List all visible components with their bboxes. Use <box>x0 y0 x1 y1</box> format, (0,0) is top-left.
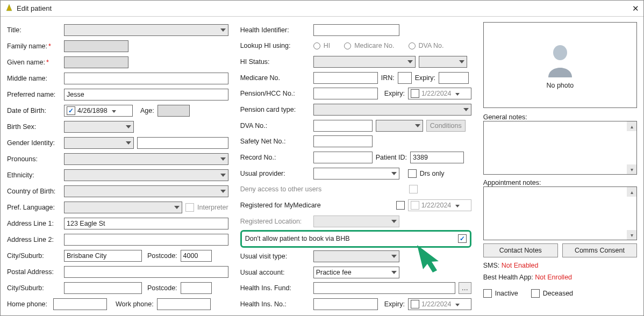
side-column: No photo General notes: ▴ ▾ Appointment … <box>483 22 637 312</box>
scroll-down-icon[interactable]: ▾ <box>627 230 636 240</box>
gender-text-input[interactable] <box>137 137 228 149</box>
ins-expiry-label: Expiry: <box>384 300 405 308</box>
lookup-dva-radio[interactable] <box>409 42 416 49</box>
regloc-label: Registered Location: <box>240 218 310 225</box>
lookup-medicare-radio[interactable] <box>344 42 351 49</box>
address-line1-input[interactable] <box>64 218 228 229</box>
ins-no-input[interactable] <box>313 298 378 310</box>
lookup-hi-radio[interactable] <box>313 42 320 49</box>
regloc-select <box>313 216 399 227</box>
ethnicity-select[interactable] <box>64 169 228 181</box>
postal-city-input[interactable] <box>64 282 142 294</box>
dva-input[interactable] <box>313 120 373 132</box>
bhb-label: Don't allow patient to book via BHB <box>245 235 350 242</box>
drs-only-label: Drs only <box>420 170 445 177</box>
fund-input[interactable] <box>313 282 455 294</box>
sex-select[interactable] <box>64 121 134 133</box>
medicare-label: Medicare No. <box>240 74 310 82</box>
bha-status: Best Health App: Not Enrolled <box>483 274 637 281</box>
work-phone-input[interactable] <box>157 298 211 310</box>
preferred-label: Preferred name: <box>7 91 61 98</box>
fund-label: Health Ins. Fund: <box>240 284 310 292</box>
histatus-select2[interactable] <box>419 56 467 68</box>
city-input[interactable] <box>64 250 142 262</box>
postal-label: Postal Address: <box>7 268 61 276</box>
addr2-label: Address Line 2: <box>7 236 61 243</box>
ins-expiry-input[interactable]: 1/22/2024 <box>408 298 471 310</box>
appt-notes-textarea[interactable]: ▴ ▾ <box>483 186 637 240</box>
mymedicare-date: 1/22/2024 <box>408 199 471 211</box>
sms-status: SMS: Not Enabled <box>483 262 637 269</box>
age-input[interactable] <box>158 105 190 117</box>
title-label: Title: <box>7 26 61 34</box>
histatus-select1[interactable] <box>313 56 416 68</box>
scroll-up-icon[interactable]: ▴ <box>627 187 636 197</box>
app-icon <box>5 3 13 13</box>
svg-point-0 <box>553 45 567 60</box>
contact-notes-button[interactable]: Contact Notes <box>483 243 558 257</box>
age-label: Age: <box>140 107 154 114</box>
middle-name-input[interactable] <box>64 73 228 84</box>
medicare-expiry-input[interactable] <box>439 72 469 84</box>
health-identifier-input[interactable] <box>313 24 399 36</box>
postcode-input[interactable] <box>181 250 212 262</box>
ethnicity-label: Ethnicity: <box>7 171 61 179</box>
pension-expiry-input[interactable]: 1/22/2024 <box>408 88 471 99</box>
address-line2-input[interactable] <box>64 234 228 246</box>
lang-label: Pref. Language: <box>7 204 61 211</box>
family-name-input[interactable] <box>64 40 128 52</box>
scroll-down-icon[interactable]: ▾ <box>627 164 636 174</box>
record-no-input[interactable] <box>313 152 373 163</box>
interpreter-label: Interpreter <box>197 204 228 211</box>
home-phone-input[interactable] <box>53 298 107 310</box>
given-name-input[interactable] <box>64 56 128 68</box>
gender-label: Gender Identity: <box>7 139 61 147</box>
pension-type-select[interactable] <box>313 104 471 116</box>
irn-input[interactable] <box>398 72 412 84</box>
postal-postcode-input[interactable] <box>181 282 212 294</box>
interpreter-checkbox[interactable] <box>185 203 194 212</box>
avatar-icon <box>544 41 576 78</box>
pronouns-select[interactable] <box>64 153 228 165</box>
photo-box[interactable]: No photo <box>483 22 637 108</box>
dob-label: Date of Birth: <box>7 107 61 114</box>
provider-select[interactable] <box>313 168 399 179</box>
bhb-checkbox[interactable] <box>458 234 467 243</box>
pension-input[interactable] <box>313 88 378 99</box>
gender-select[interactable] <box>64 137 134 149</box>
preferred-name-input[interactable] <box>64 89 228 100</box>
comms-consent-button[interactable]: Comms Consent <box>562 243 637 257</box>
scroll-up-icon[interactable]: ▴ <box>627 121 636 131</box>
language-select[interactable] <box>64 202 182 213</box>
country-select[interactable] <box>64 185 228 197</box>
inactive-checkbox[interactable] <box>483 289 492 298</box>
visit-type-select[interactable] <box>313 250 399 262</box>
account-label: Usual account: <box>240 269 310 276</box>
no-photo-label: No photo <box>546 82 574 89</box>
drs-only-checkbox[interactable] <box>408 169 417 178</box>
mymedicare-checkbox[interactable] <box>396 201 405 210</box>
postal-address-input[interactable] <box>64 266 228 278</box>
close-button[interactable]: ✕ <box>631 4 640 13</box>
deny-access-label: Deny access to other users <box>240 185 406 193</box>
addr1-label: Address Line 1: <box>7 220 61 227</box>
dob-input[interactable]: 4/26/1898 <box>64 105 133 117</box>
title-select[interactable] <box>64 24 228 36</box>
lookup-label: Lookup HI using: <box>240 42 310 49</box>
patient-id-input[interactable] <box>410 152 464 163</box>
dva-select[interactable] <box>376 120 423 132</box>
safety-label: Safety Net No.: <box>240 138 310 145</box>
given-label: Given name:* <box>7 59 61 66</box>
patientid-label: Patient ID: <box>376 154 407 161</box>
irn-label: IRN: <box>381 74 395 82</box>
dob-checkbox[interactable] <box>67 106 75 115</box>
general-notes-textarea[interactable]: ▴ ▾ <box>483 121 637 175</box>
safety-net-input[interactable] <box>313 135 373 147</box>
fund-browse-button[interactable]: … <box>459 282 471 294</box>
medicare-input[interactable] <box>313 72 378 84</box>
ins-expiry-checkbox[interactable] <box>411 300 419 308</box>
titlebar: Edit patient ✕ <box>1 1 643 17</box>
account-select[interactable]: Practice fee <box>313 267 399 278</box>
deceased-checkbox[interactable] <box>531 289 540 298</box>
pension-expiry-checkbox[interactable] <box>411 89 419 98</box>
